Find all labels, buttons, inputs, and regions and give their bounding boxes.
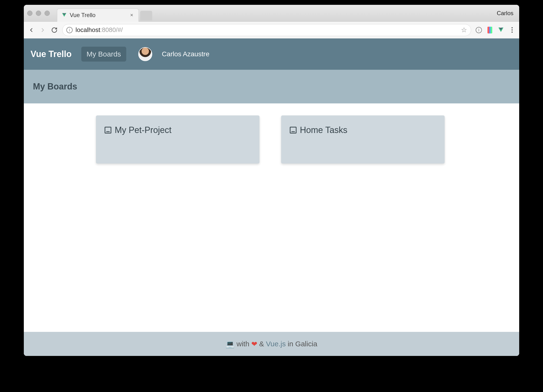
- footer-amp: &: [259, 340, 264, 348]
- board-card-title: My Pet-Project: [105, 125, 251, 135]
- nav-my-boards-button[interactable]: My Boards: [81, 47, 126, 62]
- back-button[interactable]: [28, 26, 35, 34]
- board-name: My Pet-Project: [115, 125, 171, 135]
- footer-with: with: [236, 340, 249, 348]
- bookmark-star-icon[interactable]: ☆: [461, 26, 467, 34]
- url-rest: :8080/#/: [100, 26, 123, 33]
- url-host: localhost: [76, 26, 100, 33]
- extension-colorbar-icon[interactable]: [486, 27, 493, 33]
- browser-tab[interactable]: Vue Trello ×: [57, 9, 139, 22]
- chrome-menu-button[interactable]: [509, 27, 515, 33]
- browser-toolbar: i localhost:8080/#/ ☆ i: [24, 22, 519, 38]
- heart-icon: ❤: [251, 340, 257, 348]
- app-root: Vue Trello My Boards Carlos Azaustre My …: [24, 38, 519, 356]
- reload-button[interactable]: [51, 26, 58, 34]
- new-tab-button[interactable]: [140, 11, 152, 20]
- forward-button[interactable]: [39, 26, 46, 34]
- vue-favicon-icon: [62, 13, 67, 18]
- tab-close-button[interactable]: ×: [129, 12, 134, 18]
- tab-title: Vue Trello: [70, 12, 126, 19]
- subheader: My Boards: [24, 70, 519, 103]
- avatar[interactable]: [138, 47, 152, 61]
- minimize-window-button[interactable]: [36, 11, 41, 16]
- url-text: localhost:8080/#/: [76, 26, 123, 34]
- traffic-lights: [27, 11, 50, 16]
- app-footer: 💻 with ❤ & Vue.js in Galicia: [24, 332, 519, 356]
- vue-devtools-icon[interactable]: [498, 27, 504, 33]
- chrome-profile-label[interactable]: Carlos: [497, 10, 516, 17]
- vue-link[interactable]: Vue.js: [266, 340, 286, 348]
- clipboard-icon: [105, 127, 111, 133]
- board-card-title: Home Tasks: [290, 125, 436, 135]
- address-bar[interactable]: i localhost:8080/#/ ☆: [62, 24, 471, 36]
- maximize-window-button[interactable]: [44, 11, 50, 16]
- titlebar: Vue Trello × Carlos: [24, 5, 519, 22]
- app-header: Vue Trello My Boards Carlos Azaustre: [24, 38, 519, 70]
- app-brand[interactable]: Vue Trello: [31, 49, 72, 59]
- board-card[interactable]: Home Tasks: [281, 115, 445, 164]
- user-name: Carlos Azaustre: [162, 50, 209, 58]
- board-name: Home Tasks: [300, 125, 347, 135]
- site-info-icon[interactable]: i: [66, 27, 73, 33]
- browser-window: Vue Trello × Carlos i localhost:8080/#/ …: [24, 5, 519, 356]
- board-card[interactable]: My Pet-Project: [96, 115, 259, 164]
- extension-info-icon[interactable]: i: [475, 27, 482, 33]
- laptop-icon: 💻: [226, 340, 234, 348]
- boards-area: My Pet-Project Home Tasks: [24, 103, 519, 332]
- page-title: My Boards: [33, 82, 77, 92]
- clipboard-icon: [290, 127, 297, 133]
- close-window-button[interactable]: [27, 11, 32, 16]
- footer-location: in Galicia: [288, 340, 317, 348]
